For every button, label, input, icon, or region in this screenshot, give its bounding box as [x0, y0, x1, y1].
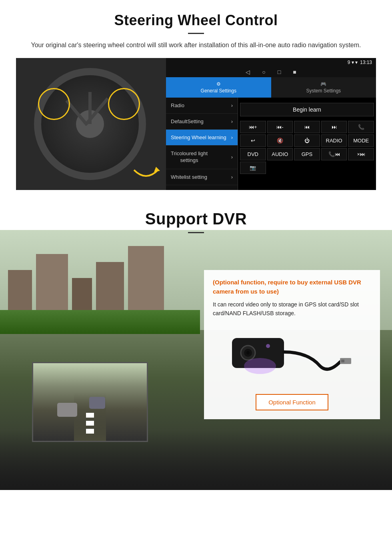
inset-vehicle-2: [89, 397, 105, 409]
inset-vehicle-1: [57, 403, 77, 417]
ctrl-vol-down[interactable]: ⏮-: [267, 121, 293, 133]
dvr-buildings: [0, 238, 212, 318]
title-divider: [188, 33, 204, 34]
home-icon[interactable]: ○: [262, 69, 265, 75]
android-body: Radio › DefaultSetting › Steering Wheel …: [166, 98, 376, 190]
time-display: 13:13: [360, 60, 372, 65]
building-4: [96, 262, 124, 318]
dvd-label: DVD: [248, 151, 258, 157]
camera-lens-core: [246, 351, 250, 354]
next-icon: ⏭: [332, 124, 337, 130]
phone-next-icon: ×⏭: [357, 151, 365, 157]
vol-down-icon: ⏮-: [276, 124, 283, 130]
menu-tricolour-chevron: ›: [231, 154, 233, 160]
dvr-optional-note: (Optional function, require to buy exter…: [213, 278, 371, 296]
signal-icon: 9 ▾ ▾: [348, 60, 358, 65]
android-tabs: ⚙ General Settings 🎮 System Settings: [166, 77, 376, 98]
menu-item-tricolour[interactable]: Tricoloured lightsettings ›: [166, 146, 238, 169]
ctrl-radio[interactable]: RADIO: [321, 134, 347, 147]
control-buttons-grid: ⏮+ ⏮- ⏮ ⏭ 📞: [240, 121, 374, 174]
menu-default-chevron: ›: [231, 118, 233, 124]
menu-steering-label: Steering Wheel learning: [171, 134, 226, 140]
back-icon[interactable]: ◁: [246, 69, 250, 75]
menu-item-default[interactable]: DefaultSetting ›: [166, 114, 238, 130]
building-5: [128, 246, 164, 318]
menu-radio-chevron: ›: [231, 102, 233, 108]
steering-section: Steering Wheel Control Your original car…: [0, 0, 392, 198]
steering-wheel: [34, 68, 146, 180]
settings-icon: ⚙: [216, 81, 221, 87]
building-2: [36, 254, 68, 318]
dvr-title: Support DVR: [0, 210, 392, 228]
ctrl-phone-next[interactable]: ×⏭: [348, 148, 374, 160]
dvr-inset-view: [32, 362, 148, 442]
usb-notch: [341, 360, 344, 362]
dvr-info-card: (Optional function, require to buy exter…: [204, 270, 380, 419]
menu-tricolour-label: Tricoloured lightsettings: [171, 150, 208, 164]
dvr-title-divider: [188, 232, 204, 233]
phone-icon: 📞: [358, 124, 364, 130]
android-menu: Radio › DefaultSetting › Steering Wheel …: [166, 98, 238, 190]
recents-icon[interactable]: □: [278, 69, 281, 75]
ctrl-phone[interactable]: 📞: [348, 121, 374, 133]
phone-prev-icon: 📞⏮: [328, 151, 340, 157]
menu-item-radio[interactable]: Radio ›: [166, 98, 238, 114]
ctrl-back[interactable]: ↩: [240, 134, 266, 147]
ctrl-mute[interactable]: 🔇: [267, 134, 293, 147]
menu-default-label: DefaultSetting: [171, 118, 204, 124]
tab-system-settings[interactable]: 🎮 System Settings: [271, 77, 376, 98]
ctrl-power[interactable]: ⏻: [294, 134, 320, 147]
radio-label: RADIO: [326, 138, 342, 144]
power-icon: ⏻: [304, 138, 310, 144]
back-btn-icon: ↩: [251, 138, 255, 144]
ctrl-vol-up[interactable]: ⏮+: [240, 121, 266, 133]
optional-function-button[interactable]: Optional Function: [256, 394, 328, 410]
gps-label: GPS: [302, 151, 312, 157]
camera-led: [266, 344, 270, 348]
sw-highlight-left: [38, 88, 70, 120]
sw-highlight-right: [108, 88, 140, 120]
extra-icon: 📷: [250, 165, 256, 171]
menu-radio-label: Radio: [171, 102, 184, 108]
mode-label: MODE: [353, 138, 369, 144]
ctrl-next[interactable]: ⏭: [321, 121, 347, 133]
ctrl-mode[interactable]: MODE: [348, 134, 374, 147]
svg-marker-0: [154, 167, 160, 172]
tab-general-label: General Settings: [201, 88, 236, 94]
dvr-camera-graphic: [213, 324, 371, 388]
ctrl-dvd[interactable]: DVD: [240, 148, 266, 160]
tab-system-label: System Settings: [306, 88, 341, 94]
steering-demo: 9 ▾ ▾ 13:13 ◁ ○ □ ■ ⚙ General Settings 🎮…: [16, 58, 376, 190]
system-icon: 🎮: [320, 81, 326, 87]
dvr-camera-svg: [228, 326, 356, 386]
menu-icon[interactable]: ■: [293, 69, 296, 75]
mute-icon: 🔇: [277, 138, 283, 144]
dvr-btn-row: Optional Function: [213, 394, 371, 410]
dvr-section: Support DVR (Optional function, require …: [0, 198, 392, 490]
steering-image: [16, 58, 166, 190]
ctrl-prev[interactable]: ⏮: [294, 121, 320, 133]
inset-road-lines: [86, 413, 94, 437]
menu-whitelist-chevron: ›: [231, 174, 233, 180]
menu-whitelist-label: Whitelist setting: [171, 174, 207, 180]
begin-learn-button[interactable]: Begin learn: [240, 103, 374, 116]
menu-item-whitelist[interactable]: Whitelist setting ›: [166, 169, 238, 185]
vol-up-icon: ⏮+: [249, 124, 257, 130]
android-content: Begin learn ⏮+ ⏮- ⏮: [238, 98, 376, 190]
android-statusbar: 9 ▾ ▾ 13:13: [166, 58, 376, 67]
audio-label: AUDIO: [272, 151, 288, 157]
begin-learn-row: Begin learn: [240, 100, 374, 120]
dvr-hedge: [0, 310, 200, 334]
tab-general-settings[interactable]: ⚙ General Settings: [166, 77, 271, 98]
ctrl-gps[interactable]: GPS: [294, 148, 320, 160]
steering-subtitle: Your original car's steering wheel contr…: [24, 40, 368, 50]
android-nav: ◁ ○ □ ■: [166, 67, 376, 77]
menu-item-steering-learning[interactable]: Steering Wheel learning ›: [166, 130, 238, 146]
prev-icon: ⏮: [304, 124, 310, 130]
ctrl-audio[interactable]: AUDIO: [267, 148, 293, 160]
dvr-title-area: Support DVR: [0, 198, 392, 246]
camera-cable: [284, 352, 340, 369]
ctrl-extra[interactable]: 📷: [240, 162, 266, 174]
ctrl-phone-prev[interactable]: 📞⏮: [321, 148, 347, 160]
page-title: Steering Wheel Control: [16, 12, 376, 29]
